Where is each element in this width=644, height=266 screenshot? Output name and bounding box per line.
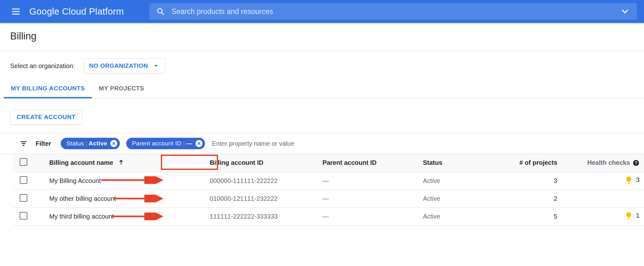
create-row: CREATE ACCOUNT	[0, 99, 644, 133]
table-row: My Billing Account 000000-111111-222222 …	[13, 172, 644, 190]
org-label: Select an organization:	[10, 62, 75, 70]
column-header-label: Billing account ID	[210, 159, 264, 166]
health-check-count: 3	[636, 176, 640, 184]
filter-chip-status[interactable]: Status : Active	[61, 138, 120, 149]
svg-rect-10	[628, 183, 630, 183]
cell-status: Active	[419, 207, 501, 225]
cell-account-name[interactable]: My Billing Account	[45, 172, 205, 190]
chevron-down-icon[interactable]	[620, 6, 630, 17]
cell-status: Active	[419, 190, 501, 207]
tab-my-billing-accounts[interactable]: MY BILLING ACCOUNTS	[4, 80, 92, 98]
chip-key: Parent account ID :	[132, 140, 185, 147]
filter-chip-parent-account-id[interactable]: Parent account ID : —	[126, 138, 205, 149]
svg-rect-0	[12, 9, 20, 10]
cell-parent-id: —	[318, 190, 419, 207]
cell-project-count: 2	[501, 190, 562, 207]
column-header-label: # of projects	[519, 159, 557, 166]
organization-picker[interactable]: NO ORGANIZATION	[84, 58, 165, 74]
cell-status: Active	[419, 172, 501, 190]
table-row: My third billing account 111111-222222-3…	[13, 207, 644, 225]
svg-rect-11	[628, 183, 629, 184]
filter-icon	[20, 140, 27, 147]
filter-text-input[interactable]	[211, 140, 644, 148]
organization-picker-value: NO ORGANIZATION	[89, 62, 148, 69]
filter-bar: Filter Status : Active Parent account ID…	[0, 133, 644, 154]
page-title: Billing	[0, 23, 644, 51]
svg-rect-12	[628, 218, 630, 219]
cell-account-id: 111111-222222-333333	[205, 207, 318, 225]
svg-rect-2	[12, 14, 20, 15]
column-header-projects[interactable]: # of projects	[501, 154, 562, 172]
cell-project-count: 3	[501, 172, 562, 190]
dropdown-caret-icon	[153, 62, 160, 69]
cell-parent-id: —	[318, 207, 419, 225]
health-check-indicator: 3	[625, 176, 640, 184]
search-input[interactable]	[172, 7, 620, 16]
tabs: MY BILLING ACCOUNTS MY PROJECTS	[0, 80, 644, 99]
column-header-label: Health checks	[587, 159, 630, 166]
column-header-id[interactable]: Billing account ID	[205, 154, 318, 172]
svg-line-4	[161, 12, 164, 15]
svg-rect-5	[21, 141, 26, 142]
column-header-status[interactable]: Status	[419, 154, 501, 172]
create-account-button[interactable]: CREATE ACCOUNT	[10, 109, 82, 125]
hamburger-menu-icon[interactable]	[11, 6, 21, 17]
billing-accounts-table: Billing account name Billing account ID …	[13, 154, 644, 226]
svg-rect-13	[628, 219, 629, 220]
filter-label: Filter	[36, 140, 51, 147]
search-icon	[156, 7, 165, 16]
svg-rect-6	[22, 143, 25, 144]
column-header-label: Parent account ID	[323, 159, 377, 166]
column-header-health[interactable]: Health checks ?	[562, 154, 644, 172]
row-checkbox[interactable]	[20, 194, 27, 202]
chip-key: Status :	[66, 140, 87, 147]
lightbulb-icon	[625, 212, 633, 220]
health-check-count: 1	[636, 212, 640, 219]
brand-title: Google Cloud Platform	[29, 6, 124, 17]
table-row: My other billing account 010000-121111-2…	[13, 190, 644, 207]
cell-account-name[interactable]: My other billing account	[45, 190, 205, 207]
top-app-bar: Google Cloud Platform	[0, 0, 644, 23]
select-all-checkbox[interactable]	[20, 158, 27, 166]
global-search[interactable]	[149, 3, 637, 20]
column-header-name[interactable]: Billing account name	[45, 154, 205, 172]
help-icon[interactable]: ?	[633, 159, 640, 166]
cell-account-id: 000000-111111-222222	[205, 172, 318, 190]
cell-account-id: 010000-121111-232222	[205, 190, 318, 207]
chip-close-icon[interactable]	[110, 140, 117, 147]
row-checkbox[interactable]	[20, 212, 27, 220]
chip-close-icon[interactable]	[195, 140, 202, 147]
cell-parent-id: —	[318, 172, 419, 190]
lightbulb-icon	[625, 176, 633, 184]
svg-text:?: ?	[635, 160, 637, 165]
chip-value: Active	[89, 140, 107, 147]
health-check-indicator: 1	[625, 212, 640, 220]
column-header-label: Billing account name	[49, 159, 113, 166]
column-header-label: Status	[423, 159, 442, 166]
row-checkbox[interactable]	[20, 176, 27, 184]
sort-ascending-icon	[118, 159, 125, 166]
cell-project-count: 5	[501, 207, 562, 225]
organization-row: Select an organization: NO ORGANIZATION	[0, 51, 644, 80]
svg-rect-7	[23, 145, 24, 146]
chip-value: —	[186, 140, 192, 147]
tab-my-projects[interactable]: MY PROJECTS	[92, 80, 151, 98]
cell-account-name[interactable]: My third billing account	[45, 207, 205, 225]
svg-rect-1	[12, 11, 20, 12]
column-header-parent[interactable]: Parent account ID	[318, 154, 419, 172]
